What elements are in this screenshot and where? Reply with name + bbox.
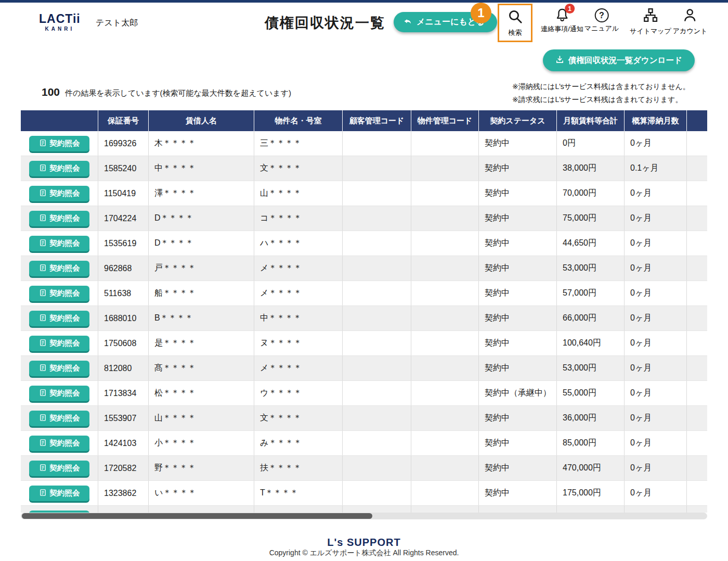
overdue-months-cell: 0ヶ月 bbox=[624, 381, 686, 405]
overdue-months-cell: 0ヶ月 bbox=[624, 481, 686, 505]
truncated-cell bbox=[686, 156, 707, 181]
contract-inquiry-button[interactable]: 契約照会 bbox=[29, 286, 89, 301]
property-name-cell bbox=[254, 506, 342, 513]
contract-status-cell: 契約中 bbox=[478, 331, 556, 355]
download-icon bbox=[555, 55, 564, 66]
truncated-cell bbox=[686, 481, 707, 505]
top-accent-bar bbox=[0, 0, 728, 3]
contract-inquiry-button[interactable]: 契約照会 bbox=[29, 411, 89, 426]
contract-document-icon bbox=[39, 414, 47, 423]
property-code-cell bbox=[411, 506, 478, 513]
property-code-cell bbox=[411, 281, 478, 305]
monthly-rent-cell bbox=[556, 506, 624, 513]
tenant-name-cell: 野＊＊＊＊ bbox=[148, 456, 254, 480]
tenant-name-cell: 山＊＊＊＊ bbox=[148, 406, 254, 430]
contract-inquiry-button[interactable]: 契約照会 bbox=[29, 211, 89, 226]
column-header-tenant-name: 賃借人名 bbox=[148, 110, 254, 131]
contract-status-cell: 契約中 bbox=[478, 256, 556, 280]
nav-sitemap-label: サイトマップ bbox=[630, 27, 671, 36]
contract-inquiry-button[interactable]: 契約照会 bbox=[29, 436, 89, 451]
nav-manual[interactable]: マニュアル bbox=[584, 7, 619, 33]
column-header-customer-code: 顧客管理コード bbox=[342, 110, 411, 131]
service-fee-notes: ※滞納残にはL'sサービス料残は含まれておりません。 ※請求残にはL'sサービス… bbox=[512, 80, 690, 106]
overdue-months-cell: 0ヶ月 bbox=[624, 231, 686, 256]
table-row: 契約照会 1704224 D＊＊＊＊ コ＊＊＊＊ 契約中 75,000円 0ヶ月 bbox=[21, 206, 707, 231]
nav-search-label: 検索 bbox=[509, 28, 522, 37]
contract-status-cell bbox=[478, 506, 556, 513]
contract-status-cell: 契約中 bbox=[478, 156, 556, 181]
overdue-months-cell: 0ヶ月 bbox=[624, 131, 686, 156]
nav-account[interactable]: アカウント bbox=[673, 7, 708, 36]
customer-code-cell bbox=[342, 331, 411, 355]
overdue-months-cell: 0ヶ月 bbox=[624, 456, 686, 480]
customer-code-cell bbox=[342, 406, 411, 430]
tenant-name-cell: D＊＊＊＊ bbox=[148, 206, 254, 231]
property-code-cell bbox=[411, 206, 478, 231]
contract-inquiry-button[interactable]: 契約照会 bbox=[29, 161, 89, 176]
nav-search[interactable]: 検索 bbox=[498, 4, 532, 42]
overdue-months-cell: 0ヶ月 bbox=[624, 206, 686, 231]
tenant-name-cell: 中＊＊＊＊ bbox=[148, 156, 254, 181]
contract-inquiry-button[interactable]: 契約照会 bbox=[29, 311, 89, 326]
property-name-cell: 扶＊＊＊＊ bbox=[254, 456, 342, 480]
tenant-name-cell: 船＊＊＊＊ bbox=[148, 281, 254, 305]
property-name-cell: メ＊＊＊＊ bbox=[254, 356, 342, 380]
table-row: 契約照会 812080 髙＊＊＊＊ メ＊＊＊＊ 契約中 53,000円 0ヶ月 bbox=[21, 356, 707, 381]
scrollbar-thumb[interactable] bbox=[22, 513, 372, 519]
contract-inquiry-button[interactable]: 契約照会 bbox=[29, 136, 89, 151]
table-row: 契約照会 1150419 澤＊＊＊＊ 山＊＊＊＊ 契約中 70,000円 0ヶ月 bbox=[21, 181, 707, 206]
property-code-cell bbox=[411, 231, 478, 256]
contract-inquiry-label: 契約照会 bbox=[50, 413, 80, 423]
guarantee-number-cell: 1553907 bbox=[98, 406, 148, 430]
property-code-cell bbox=[411, 156, 478, 181]
property-name-cell: T＊＊＊＊ bbox=[254, 481, 342, 505]
back-arrow-icon bbox=[403, 17, 412, 28]
note-line-1: ※滞納残にはL'sサービス料残は含まれておりません。 bbox=[512, 80, 690, 93]
contract-inquiry-button[interactable]: 契約照会 bbox=[29, 261, 89, 276]
table-row: 契約照会 1713834 松＊＊＊＊ ウ＊＊＊＊ 契約中（承継中） 55,000… bbox=[21, 381, 707, 406]
nav-notifications[interactable]: 1 連絡事項/通知 bbox=[541, 7, 583, 34]
guarantee-number-cell: 1704224 bbox=[98, 206, 148, 231]
contract-document-icon bbox=[39, 239, 47, 248]
contract-status-cell: 契約中 bbox=[478, 306, 556, 330]
guarantee-number-cell: 1720582 bbox=[98, 456, 148, 480]
contract-status-cell: 契約中 bbox=[478, 406, 556, 430]
contract-inquiry-label: 契約照会 bbox=[50, 163, 80, 173]
sitemap-icon bbox=[643, 7, 658, 25]
column-header-action bbox=[21, 110, 98, 131]
contract-inquiry-button[interactable]: 契約照会 bbox=[29, 386, 89, 401]
overdue-months-cell: 0ヶ月 bbox=[624, 431, 686, 455]
property-name-cell: み＊＊＊＊ bbox=[254, 431, 342, 455]
tenant-name-cell: D＊＊＊＊ bbox=[148, 231, 254, 256]
table-row: 契約照会 1424103 小＊＊＊＊ み＊＊＊＊ 契約中 85,000円 0ヶ月 bbox=[21, 431, 707, 456]
contract-status-cell: 契約中 bbox=[478, 181, 556, 206]
tenant-name-cell: 木＊＊＊＊ bbox=[148, 131, 254, 156]
horizontal-scrollbar[interactable] bbox=[21, 513, 707, 519]
contract-status-cell: 契約中 bbox=[478, 206, 556, 231]
contract-document-icon bbox=[39, 339, 47, 348]
contract-inquiry-button[interactable]: 契約照会 bbox=[29, 461, 89, 476]
action-cell: 契約照会 bbox=[21, 481, 98, 505]
download-button[interactable]: 債権回収状況一覧ダウンロード bbox=[543, 49, 695, 71]
contract-inquiry-button[interactable]: 契約照会 bbox=[29, 186, 89, 201]
action-cell: 契約照会 bbox=[21, 381, 98, 405]
nav-sitemap[interactable]: サイトマップ bbox=[630, 7, 671, 36]
customer-code-cell bbox=[342, 181, 411, 206]
property-code-cell bbox=[411, 406, 478, 430]
property-code-cell bbox=[411, 456, 478, 480]
action-cell: 契約照会 bbox=[21, 331, 98, 355]
monthly-rent-cell: 85,000円 bbox=[556, 431, 624, 455]
table-row: 契約照会 1699326 木＊＊＊＊ 三＊＊＊＊ 契約中 0円 0ヶ月 bbox=[21, 131, 707, 156]
contract-status-cell: 契約中 bbox=[478, 431, 556, 455]
contract-inquiry-button[interactable]: 契約照会 bbox=[29, 486, 89, 501]
question-mark-icon bbox=[595, 8, 609, 22]
contract-status-cell: 契約中 bbox=[478, 356, 556, 380]
contract-inquiry-button[interactable]: 契約照会 bbox=[29, 361, 89, 376]
contract-inquiry-button[interactable]: 契約照会 bbox=[29, 236, 89, 251]
contract-status-cell: 契約中（承継中） bbox=[478, 381, 556, 405]
overdue-months-cell: 0.1ヶ月 bbox=[624, 156, 686, 181]
guarantee-number-cell: 1424103 bbox=[98, 431, 148, 455]
contract-inquiry-button[interactable]: 契約照会 bbox=[29, 336, 89, 351]
column-header-contract-status: 契約ステータス bbox=[478, 110, 556, 131]
monthly-rent-cell: 66,000円 bbox=[556, 306, 624, 330]
